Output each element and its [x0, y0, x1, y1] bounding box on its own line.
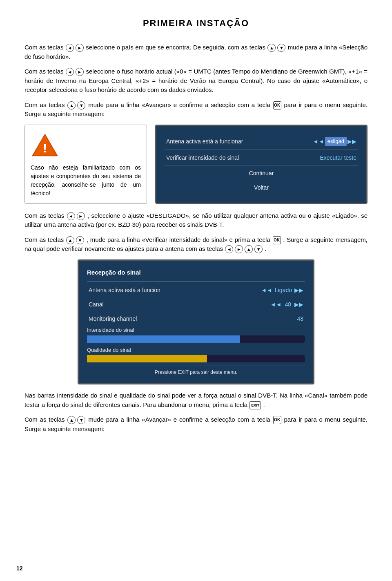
- paragraph-1: Com as teclas ◄ ► seleccione o país em q…: [24, 43, 368, 61]
- down-arrow-icon-5: ▼: [77, 416, 85, 424]
- tv-screen-2-container: Recepção do sinal Antena activa está a f…: [24, 259, 368, 385]
- up-down-icons-1: ▲ ▼: [267, 44, 286, 52]
- tv2-canal-right: ▶▶: [294, 300, 303, 309]
- up-arrow-icon-5: ▲: [67, 416, 76, 424]
- up-down-icons-3: ▲ ▼: [66, 236, 85, 244]
- right-arrow-icon-2: ►: [76, 68, 84, 76]
- tv2-canal-label: Canal: [89, 300, 104, 309]
- tv2-left-arrows: ◄◄: [261, 286, 272, 295]
- tv-divider-1: [87, 281, 305, 282]
- tv2-row-canal: Canal ◄◄ 48 ▶▶: [87, 297, 305, 312]
- left-arrow-icon-3: ◄: [67, 212, 75, 220]
- tv2-intensidade-fill-blue: [87, 335, 240, 343]
- tv2-qualidade-fill-dark: [207, 355, 305, 362]
- tv-left-arrows-1: ◄◄: [313, 137, 324, 146]
- tv-row-antenna: Antena activa está a funcionar ◄◄ esliga…: [165, 134, 358, 150]
- left-arrow-icon-2: ◄: [66, 68, 74, 76]
- paragraph-3: Com as teclas ▲ ▼ mude para a linha «Ava…: [24, 101, 368, 119]
- para5-text-1: Com as teclas: [24, 236, 66, 243]
- ok-icon-3: OK: [273, 416, 281, 424]
- tv-executar-value: Executar teste: [320, 154, 357, 162]
- tv-screen-1-content: Antena activa está a funcionar ◄◄ esliga…: [165, 134, 358, 194]
- tv2-row-antenna: Antena activa está a funcion ◄◄ Ligado ▶…: [87, 283, 305, 297]
- ok-icon-2: OK: [273, 236, 281, 244]
- tv-continuar: Continuar: [165, 167, 358, 180]
- page-title: PRIMEIRA INSTAÇÃO: [24, 16, 368, 30]
- ok-icon-1: OK: [273, 101, 281, 109]
- para5-text-4: .: [265, 245, 266, 252]
- exit-icon: EXIT: [249, 401, 261, 409]
- tv-voltar: Voltar: [165, 181, 358, 194]
- tv2-qualidade-bar: [87, 355, 305, 362]
- paragraph-4: Com as teclas ◄ ► , seleccione o ajuste …: [24, 211, 368, 230]
- all-arrows-icons: ◄ ► ▲ ▼: [225, 245, 263, 253]
- tv-row-verificar: Verificar intensidade do sinal Executar …: [165, 150, 358, 166]
- up-arrow-icon-1: ▲: [267, 44, 276, 52]
- right-arrow-icon-3: ►: [77, 212, 85, 220]
- up-down-icons-2: ▲ ▼: [67, 101, 86, 109]
- tv2-intensidade-bar: [87, 335, 305, 343]
- warning-triangle-icon: !: [31, 131, 59, 159]
- page-number: 12: [16, 564, 23, 573]
- para7-text-1: Com as teclas: [24, 416, 67, 423]
- up-arrow-icon-2: ▲: [67, 101, 76, 109]
- paragraph-7: Com as teclas ▲ ▼ mude para a linha «Ava…: [24, 415, 368, 434]
- up-arrow-icon-4: ▲: [245, 245, 253, 253]
- para2-text-1: Com as teclas: [24, 68, 65, 75]
- tv-antenna-label: Antena activa está a funcionar: [166, 137, 243, 146]
- right-arrow-icon-4: ►: [235, 245, 243, 253]
- left-right-icons-3: ◄ ►: [67, 212, 85, 220]
- tv2-monitoring-label: Monitoring channel: [89, 315, 137, 323]
- left-right-icons-2: ◄ ►: [65, 68, 84, 76]
- spacer: [87, 343, 305, 346]
- down-arrow-icon-3: ▼: [76, 236, 84, 244]
- tv-esligado-value: esligad: [325, 137, 347, 146]
- page-content: PRIMEIRA INSTAÇÃO Com as teclas ◄ ► sele…: [0, 0, 392, 464]
- para3-text-2: mude para a linha «Avançar» e confirme a…: [88, 101, 272, 108]
- tv-screen-2-title: Recepção do sinal: [87, 268, 305, 277]
- warning-text: Caso não esteja familiarizado com os aju…: [31, 163, 141, 198]
- right-arrow-icon: ►: [76, 44, 84, 52]
- para3-text-1: Com as teclas: [24, 101, 67, 108]
- tv-antenna-value: ◄◄ esligad ▶▶: [313, 137, 356, 146]
- para4-text-1: Com as teclas: [24, 212, 67, 219]
- para1-text-1: Com as teclas: [24, 44, 65, 51]
- tv2-footer: Pressione EXIT para sair deste menu.: [87, 366, 305, 376]
- tv2-canal-value: ◄◄ 48 ▶▶: [270, 300, 303, 309]
- tv2-canal-number: 48: [285, 300, 291, 309]
- tv2-ligado-value: Ligado: [275, 286, 292, 295]
- down-arrow-icon-1: ▼: [277, 44, 285, 52]
- para6-text-1: Nas barras intensidade do sinal e qualid…: [24, 392, 368, 408]
- para6-text-2: .: [263, 401, 265, 408]
- tv2-right-arrows: ▶▶: [294, 286, 303, 295]
- tv-screen-2: Recepção do sinal Antena activa está a f…: [78, 259, 314, 385]
- para7-text-2: mude para a linha «Avançar» e confirme a…: [88, 416, 272, 423]
- tv-right-arrows-1: ▶▶: [347, 137, 356, 146]
- two-col-section-1: ! Caso não esteja familiarizado com os a…: [24, 125, 368, 204]
- svg-text:!: !: [43, 141, 47, 155]
- tv2-antenna-value: ◄◄ Ligado ▶▶: [261, 286, 303, 295]
- tv2-intensidade-label: Intensidade do sinal: [87, 326, 305, 334]
- tv2-qualidade-label: Qualidade do sinal: [87, 346, 305, 354]
- tv2-row-monitoring: Monitoring channel 48: [87, 312, 305, 326]
- paragraph-6: Nas barras intensidade do sinal e qualid…: [24, 391, 368, 409]
- tv-screen-1: Antena activa está a funcionar ◄◄ esliga…: [155, 125, 368, 204]
- tv2-canal-left: ◄◄: [270, 300, 282, 309]
- left-arrow-icon: ◄: [66, 44, 74, 52]
- tv2-antenna-label: Antena activa está a funcion: [89, 286, 160, 295]
- para1-text-2: seleccione o país em que se encontra. De…: [86, 44, 267, 51]
- down-arrow-icon-2: ▼: [77, 101, 85, 109]
- up-down-icons-4: ▲ ▼: [67, 416, 86, 424]
- left-arrow-icon-4: ◄: [225, 245, 233, 253]
- warning-box: ! Caso não esteja familiarizado com os a…: [24, 125, 147, 204]
- left-right-icons-1: ◄ ►: [65, 44, 84, 52]
- tv2-monitoring-value: 48: [297, 315, 303, 323]
- tv2-qualidade-fill-yellow: [87, 355, 207, 362]
- paragraph-5: Com as teclas ▲ ▼ , mude para a linha «V…: [24, 235, 368, 254]
- down-arrow-icon-4: ▼: [254, 245, 263, 253]
- tv-verificar-label: Verificar intensidade do sinal: [166, 154, 239, 162]
- para5-text-2: , mude para a linha «Verificar intensida…: [87, 236, 272, 243]
- tv2-intensidade-fill-dark: [240, 335, 305, 343]
- paragraph-2: Com as teclas ◄ ► seleccione o fuso horá…: [24, 67, 368, 95]
- up-arrow-icon-3: ▲: [66, 236, 74, 244]
